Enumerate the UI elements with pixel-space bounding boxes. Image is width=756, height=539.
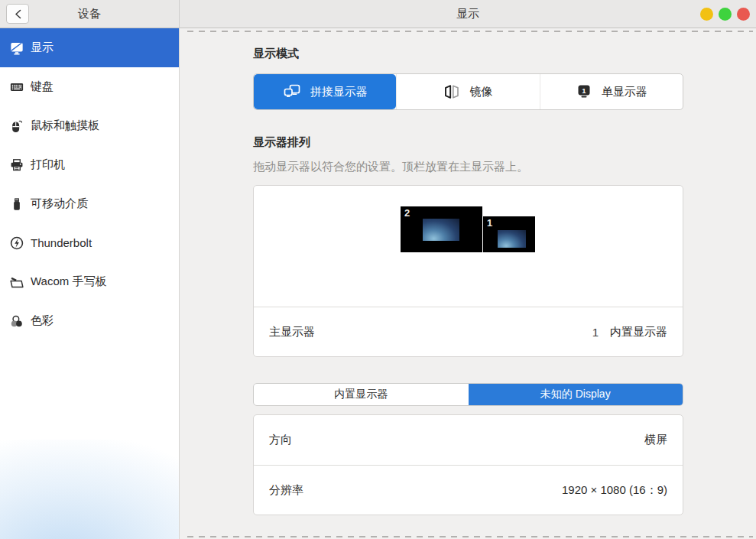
sidebar-item-label: Wacom 手写板	[31, 274, 106, 289]
monitor-thumbnail-1[interactable]: 1	[483, 216, 535, 252]
header-bar: 设备 显示	[0, 0, 756, 28]
resolution-row[interactable]: 分辨率 1920 × 1080 (16：9)	[254, 465, 683, 515]
primary-display-name: 内置显示器	[610, 325, 667, 339]
arrangement-hint: 拖动显示器以符合您的设置。顶栏放置在主显示器上。	[253, 160, 683, 174]
display-mode-heading: 显示模式	[253, 47, 683, 61]
monitor-wallpaper	[498, 230, 526, 248]
display-settings-panel: 显示模式 拼接显示器 镜像 1 单显示器 显示器排列 拖	[180, 28, 756, 539]
svg-text:1: 1	[582, 86, 586, 95]
page-title: 显示	[180, 7, 756, 21]
arrangement-heading: 显示器排列	[253, 135, 683, 150]
display-settings-content: 显示模式 拼接显示器 镜像 1 单显示器 显示器排列 拖	[253, 28, 683, 531]
sidebar-item-printers[interactable]: 打印机	[0, 145, 179, 184]
keyboard-icon	[10, 80, 24, 94]
thunderbolt-icon	[10, 236, 24, 250]
sidebar-item-color[interactable]: 色彩	[0, 301, 179, 340]
primary-display-row[interactable]: 主显示器 1 内置显示器	[254, 307, 683, 356]
primary-display-label: 主显示器	[269, 325, 315, 339]
sidebar-item-label: 显示	[31, 41, 54, 55]
mode-join-displays[interactable]: 拼接显示器	[254, 74, 396, 109]
sidebar-item-label: 打印机	[31, 157, 65, 172]
header-sidebar-section: 设备	[0, 0, 180, 28]
sidebar-item-label: 键盘	[31, 80, 54, 94]
color-icon	[10, 314, 24, 328]
minimize-button[interactable]	[700, 8, 713, 21]
sidebar-item-label: 色彩	[31, 313, 54, 328]
orientation-row[interactable]: 方向 横屏	[254, 415, 683, 465]
sidebar-item-label: 可移动介质	[31, 196, 88, 211]
tab-builtin-display[interactable]: 内置显示器	[254, 384, 469, 405]
resolution-label: 分辨率	[269, 483, 303, 498]
primary-display-value: 1 内置显示器	[592, 325, 667, 339]
header-main-section: 显示	[180, 0, 756, 28]
monitor-selector-tabs: 内置显示器 未知的 Display	[253, 383, 683, 406]
mirror-icon	[443, 83, 460, 100]
sidebar-item-thunderbolt[interactable]: Thunderbolt	[0, 223, 179, 262]
monitor-number: 2	[404, 207, 410, 219]
printer-icon	[10, 158, 24, 172]
display-mode-segmented-control: 拼接显示器 镜像 1 单显示器	[253, 73, 683, 110]
mode-label: 单显示器	[602, 85, 647, 99]
monitor-settings-card: 方向 横屏 分辨率 1920 × 1080 (16：9)	[253, 414, 683, 515]
close-button[interactable]	[737, 8, 750, 21]
scroll-edge-indicator-bottom	[187, 536, 753, 537]
arrangement-card: 2 1 主显示器 1 内置显示器	[253, 185, 683, 357]
single-display-icon: 1	[576, 83, 592, 100]
mode-mirror[interactable]: 镜像	[396, 74, 539, 109]
sidebar-item-label: Thunderbolt	[31, 236, 92, 249]
settings-sidebar: 显示 键盘 鼠标和触摸板 打印机 可移动介质 Thunderbolt	[0, 28, 180, 539]
mode-label: 镜像	[469, 85, 492, 99]
monitor-wallpaper	[423, 219, 459, 241]
orientation-value: 横屏	[644, 433, 667, 447]
wacom-tablet-icon	[10, 275, 24, 289]
join-displays-icon	[283, 83, 301, 100]
maximize-button[interactable]	[719, 8, 732, 21]
sidebar-item-label: 鼠标和触摸板	[31, 119, 99, 133]
mode-label: 拼接显示器	[310, 85, 368, 99]
sidebar-item-mouse-touchpad[interactable]: 鼠标和触摸板	[0, 106, 179, 145]
sidebar-item-removable-media[interactable]: 可移动介质	[0, 184, 179, 223]
back-button[interactable]	[6, 4, 29, 24]
display-icon	[10, 41, 24, 55]
resolution-value: 1920 × 1080 (16：9)	[562, 483, 667, 498]
mouse-icon	[10, 119, 24, 133]
primary-display-number: 1	[592, 326, 599, 339]
orientation-label: 方向	[269, 433, 292, 447]
monitor-number: 1	[487, 217, 492, 229]
tab-unknown-display[interactable]: 未知的 Display	[469, 384, 683, 405]
monitor-arrangement-area[interactable]: 2 1	[254, 186, 683, 307]
mode-single-display[interactable]: 1 单显示器	[540, 74, 683, 109]
window-controls	[700, 0, 750, 28]
usb-drive-icon	[10, 197, 24, 211]
monitor-thumbnail-2[interactable]: 2	[401, 206, 482, 252]
sidebar-item-keyboard[interactable]: 键盘	[0, 67, 179, 106]
back-chevron-icon	[15, 9, 21, 19]
sidebar-item-display[interactable]: 显示	[0, 28, 179, 67]
sidebar-item-wacom-tablet[interactable]: Wacom 手写板	[0, 262, 179, 301]
